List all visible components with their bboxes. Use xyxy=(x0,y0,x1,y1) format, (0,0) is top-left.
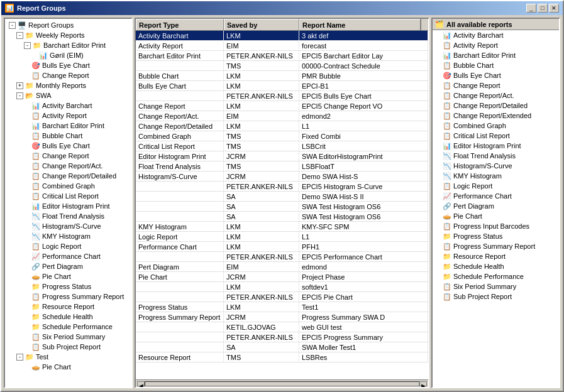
test-expander[interactable]: - xyxy=(16,354,23,361)
table-row[interactable]: Editor Histogram Print JCRM SWA EditorHi… xyxy=(136,151,428,161)
right-panel[interactable]: 🗂️ All available reports 📊 Activity Barc… xyxy=(431,18,560,388)
tree-item-goril[interactable]: 📊 Gøril (EIM) xyxy=(6,50,130,60)
table-row[interactable]: PETER.ANKER-NILS EPCI5 Pie Chart xyxy=(136,292,428,302)
scroll-left-btn[interactable]: ◄ xyxy=(137,381,145,386)
right-panel-item[interactable]: 📉 KMY Histogram xyxy=(433,171,559,181)
tree-item-change-report[interactable]: 📋 Change Report xyxy=(6,70,130,80)
tree-item-bulls-eye2[interactable]: 🎯 Bulls Eye Chart xyxy=(6,141,130,151)
right-panel-item[interactable]: 📋 Critical List Report xyxy=(433,131,559,141)
right-panel-item[interactable]: 📋 Activity Report xyxy=(433,40,559,50)
tree-item-kmy-hist[interactable]: 📉 KMY Histogram xyxy=(6,231,130,241)
table-row[interactable]: Progress Status LKM Test1 xyxy=(136,302,428,312)
table-row[interactable]: PETER.ANKER-NILS EPCI5 Performance Chart xyxy=(136,252,428,262)
tree-item-float-trend[interactable]: 📉 Float Trend Analysis xyxy=(6,211,130,221)
right-panel-item[interactable]: 🔗 Pert Diagram xyxy=(433,201,559,211)
tree-item-progress-status[interactable]: 📁 Progress Status xyxy=(6,281,130,291)
tree-item-pie2[interactable]: 🥧 Pie Chart xyxy=(6,362,130,372)
tree-item-progress-summary[interactable]: 📋 Progress Summary Report xyxy=(6,291,130,302)
col-header-name[interactable]: Report Name xyxy=(299,19,421,30)
tree-item-swa[interactable]: - 📂 SWA xyxy=(6,90,130,101)
right-panel-item[interactable]: 📉 Histogram/S-Curve xyxy=(433,161,559,171)
right-panel-item[interactable]: 📁 Progress Status xyxy=(433,231,559,241)
right-panel-item[interactable]: 📋 Logic Report xyxy=(433,181,559,191)
right-panel-item[interactable]: 📋 Sub Project Report xyxy=(433,291,559,302)
tree-item-critical-list[interactable]: 📋 Critical List Report xyxy=(6,191,130,201)
table-row[interactable]: Change Report/Act. EIM edmond2 xyxy=(136,111,428,121)
right-panel-item[interactable]: 📋 Six Period Summary xyxy=(433,281,559,291)
tree-item-activity-report[interactable]: 📋 Activity Report xyxy=(6,111,130,121)
tree-item-sub-project[interactable]: 📋 Sub Project Report xyxy=(6,342,130,352)
swa-expander[interactable]: - xyxy=(16,92,23,99)
tree-item-pert[interactable]: 🔗 Pert Diagram xyxy=(6,261,130,271)
right-panel-item[interactable]: 📋 Bubble Chart xyxy=(433,60,559,70)
col-header-type[interactable]: Report Type xyxy=(136,19,224,30)
table-row[interactable]: Activity Report EIM forecast xyxy=(136,41,428,51)
tree-item-pie[interactable]: 🥧 Pie Chart xyxy=(6,271,130,281)
table-row[interactable]: Barchart Editor Print PETER.ANKER-NILS E… xyxy=(136,51,428,61)
right-panel-item[interactable]: 📁 Schedule Performance xyxy=(433,271,559,281)
tree-item-six-period[interactable]: 📋 Six Period Summary xyxy=(6,332,130,342)
table-row[interactable]: SA SWA Test Histogram OS6 xyxy=(136,202,428,212)
weekly-expander[interactable]: - xyxy=(16,32,23,39)
right-panel-item[interactable]: 📋 Change Report/Detailed xyxy=(433,101,559,111)
table-row[interactable]: LKM softdev1 xyxy=(136,282,428,292)
tree-item-bulls-eye[interactable]: 🎯 Bulls Eye Chart xyxy=(6,60,130,70)
tree-item-editor-hist[interactable]: 📊 Editor Histogram Print xyxy=(6,201,130,211)
right-panel-item[interactable]: 📋 Progress Summary Report xyxy=(433,241,559,251)
barchart-editor-expander[interactable]: - xyxy=(24,42,31,49)
tree-item-schedule-perf[interactable]: 📁 Schedule Performance xyxy=(6,322,130,332)
table-row[interactable]: SA Demo SWA Hist-S II xyxy=(136,192,428,202)
tree-item-test[interactable]: - 📁 Test xyxy=(6,352,130,362)
table-row[interactable]: Combined Graph TMS Fixed Combi xyxy=(136,131,428,141)
tree-item-activity-barchart[interactable]: 📊 Activity Barchart xyxy=(6,101,130,111)
right-panel-item[interactable]: 🥧 Pie Chart xyxy=(433,211,559,221)
tree-item-monthly[interactable]: + 📁 Monthly Reports xyxy=(6,80,130,90)
table-row[interactable]: Pie Chart JCRM Project Phase xyxy=(136,272,428,282)
col-header-saved[interactable]: Saved by xyxy=(224,19,299,30)
right-panel-item[interactable]: 📊 Barchart Editor Print xyxy=(433,50,559,60)
tree-item-weekly[interactable]: - 📁 Weekly Reports xyxy=(6,30,130,40)
table-row[interactable]: Bulls Eye Chart LKM EPCI-B1 xyxy=(136,81,428,91)
table-row[interactable]: Progress Summary Report JCRM Progress Su… xyxy=(136,312,428,322)
right-panel-item[interactable]: 📈 Performance Chart xyxy=(433,191,559,201)
tree-item-schedule-health[interactable]: 📁 Schedule Health xyxy=(6,312,130,322)
right-panel-item[interactable]: 📋 Change Report xyxy=(433,80,559,90)
table-body[interactable]: Activity Barchart LKM 3 akt def Activity… xyxy=(136,31,428,379)
table-row[interactable]: Critical List Report TMS LSBCrit xyxy=(136,141,428,151)
monthly-expander[interactable]: + xyxy=(16,82,23,89)
right-panel-item[interactable]: 📋 Combined Graph xyxy=(433,121,559,131)
table-row[interactable]: PETER.ANKER-NILS EPCI5 Bulls Eye Chart xyxy=(136,91,428,101)
right-panel-item[interactable]: 📋 Change Report/Act. xyxy=(433,90,559,101)
table-row[interactable]: Activity Barchart LKM 3 akt def xyxy=(136,31,428,41)
tree-item-change-act[interactable]: 📋 Change Report/Act. xyxy=(6,161,130,171)
tree-item-combined-graph[interactable]: 📋 Combined Graph xyxy=(6,181,130,191)
tree-item-root[interactable]: - 🖥️ Report Groups xyxy=(6,20,130,30)
tree-item-bubble-chart[interactable]: 📋 Bubble Chart xyxy=(6,131,130,141)
left-tree-panel[interactable]: - 🖥️ Report Groups - 📁 Weekly Reports - … xyxy=(4,18,133,388)
right-panel-item[interactable]: 📊 Editor Histogram Print xyxy=(433,141,559,151)
table-row[interactable]: SA SWA Moller Test1 xyxy=(136,342,428,352)
table-row[interactable]: SA SWA Test Histogram OS6 xyxy=(136,212,428,222)
table-row[interactable]: Change Report/Detailed LKM L1 xyxy=(136,121,428,131)
table-row[interactable]: KETIL.GJOVAG web GUI test xyxy=(136,322,428,332)
right-panel-item[interactable]: 📁 Resource Report xyxy=(433,251,559,261)
tree-item-logic[interactable]: 📋 Logic Report xyxy=(6,241,130,251)
right-panel-item[interactable]: 🎯 Bulls Eye Chart xyxy=(433,70,559,80)
table-row[interactable]: Bubble Chart LKM PMR Bubble xyxy=(136,71,428,81)
minimize-button[interactable]: _ xyxy=(526,4,536,13)
table-row[interactable]: PETER.ANKER-NILS EPCI5 Histogram S-Curve xyxy=(136,182,428,192)
table-row[interactable]: TMS 00000-Contract Schedule xyxy=(136,61,428,71)
table-row[interactable]: Resource Report TMS LSBRes xyxy=(136,352,428,362)
table-row[interactable]: KMY Histogram LKM KMY-SFC SPM xyxy=(136,222,428,232)
table-row[interactable]: Change Report LKM EPCI5 Change Report VO xyxy=(136,101,428,111)
scroll-right-btn[interactable]: ► xyxy=(419,381,427,386)
maximize-button[interactable]: □ xyxy=(538,4,548,13)
tree-item-resource[interactable]: 📁 Resource Report xyxy=(6,302,130,312)
tree-item-barchart-ep[interactable]: 📊 Barchart Editor Print xyxy=(6,121,130,131)
table-row[interactable]: Float Trend Analysis TMS LSBFloatT xyxy=(136,161,428,172)
horizontal-scrollbar[interactable]: ◄ ► xyxy=(136,379,428,387)
close-button[interactable]: ✕ xyxy=(549,4,559,13)
right-panel-item[interactable]: 📁 Schedule Health xyxy=(433,261,559,271)
tree-item-change-report2[interactable]: 📋 Change Report xyxy=(6,151,130,161)
root-expander[interactable]: - xyxy=(9,22,16,29)
